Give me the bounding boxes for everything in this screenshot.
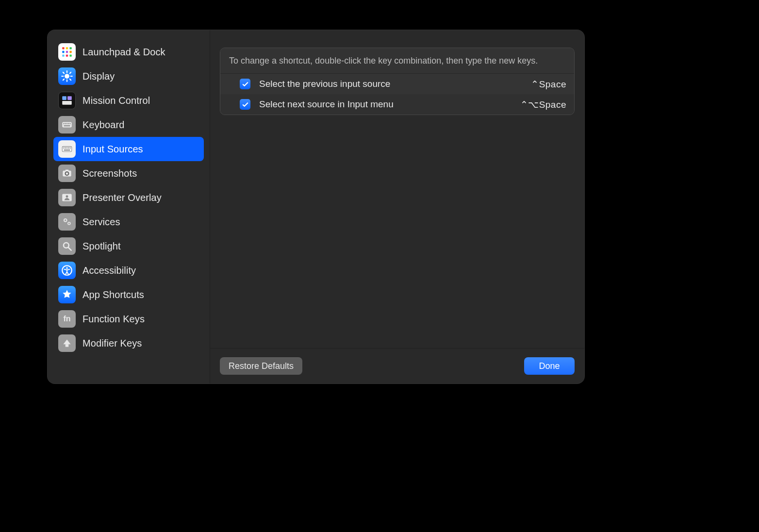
sidebar-item-keyboard[interactable]: Keyboard xyxy=(53,113,204,137)
sidebar-item-presenter-overlay[interactable]: Presenter Overlay xyxy=(53,185,204,210)
svg-rect-33 xyxy=(69,148,70,149)
sidebar-item-label: Display xyxy=(82,71,115,82)
sidebar-item-app-shortcuts[interactable]: App Shortcuts xyxy=(53,283,204,307)
svg-rect-25 xyxy=(68,123,69,124)
footer: Restore Defaults Done xyxy=(210,348,584,383)
svg-rect-27 xyxy=(64,125,70,126)
svg-rect-32 xyxy=(68,148,69,149)
svg-point-39 xyxy=(66,195,68,198)
svg-rect-0 xyxy=(62,47,64,49)
sidebar-item-accessibility[interactable]: Accessibility xyxy=(53,258,204,283)
svg-rect-21 xyxy=(62,122,72,128)
svg-line-45 xyxy=(68,248,71,250)
svg-rect-31 xyxy=(66,148,67,149)
svg-rect-22 xyxy=(63,123,64,124)
functionkeys-icon: fn xyxy=(58,310,76,328)
svg-rect-4 xyxy=(66,51,68,53)
input-icon xyxy=(58,140,76,158)
svg-rect-18 xyxy=(62,96,66,100)
svg-rect-1 xyxy=(66,47,68,49)
svg-rect-34 xyxy=(64,150,70,150)
keyboard-icon xyxy=(58,116,76,133)
shortcut-row[interactable]: Select the previous input source ⌃Space xyxy=(220,74,574,94)
svg-line-14 xyxy=(63,72,64,73)
done-button[interactable]: Done xyxy=(524,357,575,375)
presenter-icon xyxy=(58,189,76,206)
launchpad-icon xyxy=(58,43,76,61)
shortcut-panel: To change a shortcut, double-click the k… xyxy=(220,48,575,115)
svg-rect-43 xyxy=(68,223,70,224)
svg-line-17 xyxy=(70,72,71,73)
shortcut-row[interactable]: Select next source in Input menu ⌃⌥Space xyxy=(220,94,574,115)
keyboard-shortcuts-window: Launchpad & Dock Display Mission Control… xyxy=(47,30,585,384)
shortcut-label: Select the previous input source xyxy=(259,79,522,89)
svg-rect-3 xyxy=(62,51,64,53)
sidebar-item-function-keys[interactable]: fn Function Keys xyxy=(53,307,204,331)
sidebar-item-label: Mission Control xyxy=(82,95,150,106)
sidebar-item-label: Services xyxy=(82,216,120,228)
content-main: To change a shortcut, double-click the k… xyxy=(210,30,584,348)
mission-icon xyxy=(58,92,76,109)
sidebar-item-label: Modifier Keys xyxy=(82,338,142,349)
modifierkeys-icon xyxy=(58,334,76,352)
svg-rect-42 xyxy=(65,219,66,221)
checkbox-next-input-source[interactable] xyxy=(240,99,250,110)
sidebar-item-launchpad[interactable]: Launchpad & Dock xyxy=(53,40,204,64)
sidebar-item-services[interactable]: Services xyxy=(53,210,204,234)
svg-rect-19 xyxy=(67,96,72,100)
svg-rect-26 xyxy=(69,123,70,124)
sidebar-item-input-sources[interactable]: Input Sources xyxy=(53,137,204,161)
svg-point-47 xyxy=(66,267,67,268)
sidebar-item-label: Launchpad & Dock xyxy=(82,47,165,58)
svg-rect-7 xyxy=(66,54,68,56)
svg-line-15 xyxy=(70,79,71,80)
check-icon xyxy=(242,81,249,88)
restore-defaults-button[interactable]: Restore Defaults xyxy=(220,357,302,375)
svg-rect-8 xyxy=(69,54,71,56)
sidebar-item-spotlight[interactable]: Spotlight xyxy=(53,234,204,258)
svg-rect-2 xyxy=(69,47,71,49)
svg-rect-24 xyxy=(66,123,67,124)
svg-rect-20 xyxy=(62,101,72,105)
svg-rect-5 xyxy=(69,51,71,53)
sidebar-item-mission-control[interactable]: Mission Control xyxy=(53,88,204,113)
sidebar-item-label: Keyboard xyxy=(82,119,124,131)
sidebar-item-label: Screenshots xyxy=(82,168,137,179)
services-icon xyxy=(58,213,76,231)
panel-instruction: To change a shortcut, double-click the k… xyxy=(220,48,574,74)
content-area: To change a shortcut, double-click the k… xyxy=(210,30,584,383)
sidebar: Launchpad & Dock Display Mission Control… xyxy=(48,30,210,383)
display-icon xyxy=(58,67,76,85)
svg-rect-6 xyxy=(62,54,64,56)
shortcut-rows: Select the previous input source ⌃Space … xyxy=(220,74,574,115)
sidebar-item-label: App Shortcuts xyxy=(82,289,144,300)
appshortcuts-icon xyxy=(58,286,76,303)
svg-line-16 xyxy=(63,79,64,80)
svg-point-9 xyxy=(65,74,69,79)
spotlight-icon xyxy=(58,237,76,255)
svg-rect-29 xyxy=(63,148,64,149)
svg-rect-37 xyxy=(66,169,69,171)
sidebar-item-display[interactable]: Display xyxy=(53,64,204,88)
sidebar-item-modifier-keys[interactable]: Modifier Keys xyxy=(53,331,204,355)
shortcut-keys[interactable]: ⌃Space xyxy=(531,79,566,90)
screenshots-icon xyxy=(58,165,76,182)
svg-rect-23 xyxy=(65,123,66,124)
svg-rect-30 xyxy=(65,148,66,149)
sidebar-item-label: Spotlight xyxy=(82,241,121,252)
sidebar-item-label: Input Sources xyxy=(82,144,143,155)
accessibility-icon xyxy=(58,262,76,279)
sidebar-item-label: Function Keys xyxy=(82,314,145,325)
svg-rect-48 xyxy=(66,344,69,347)
checkbox-previous-input-source[interactable] xyxy=(240,79,250,89)
check-icon xyxy=(242,101,249,108)
sidebar-item-label: Presenter Overlay xyxy=(82,192,162,203)
sidebar-item-label: Accessibility xyxy=(82,265,136,276)
shortcut-label: Select next source in Input menu xyxy=(259,99,512,110)
svg-rect-28 xyxy=(62,147,72,152)
sidebar-item-screenshots[interactable]: Screenshots xyxy=(53,161,204,185)
shortcut-keys[interactable]: ⌃⌥Space xyxy=(520,99,566,110)
